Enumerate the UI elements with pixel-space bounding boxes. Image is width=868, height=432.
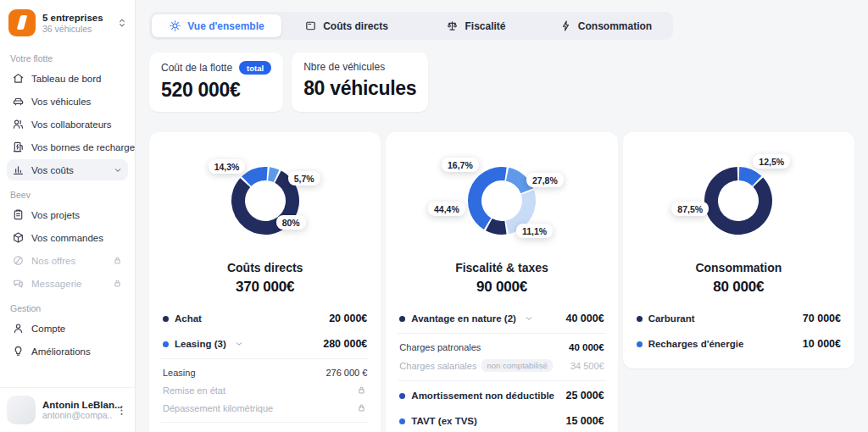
- kebab-menu-icon[interactable]: [115, 404, 128, 417]
- legend-bullet: [399, 393, 405, 399]
- sub-row-value: 34 500€: [570, 361, 604, 371]
- sidebar-item-label: Vos commandes: [31, 233, 103, 243]
- donut-slice-label: 16,7%: [442, 158, 479, 172]
- cost-row-value: 70 000€: [803, 313, 841, 324]
- sidebar-item-ameliorations[interactable]: Améliorations: [7, 341, 128, 362]
- sidebar-item-label: Tableau de bord: [31, 74, 101, 84]
- cost-row-leasing-3: Leasing (3)280 000€: [161, 331, 369, 357]
- car-icon: [12, 95, 25, 108]
- tab-fiscalite[interactable]: Fiscalité: [411, 14, 541, 37]
- expand-toggle[interactable]: [234, 339, 244, 349]
- donut-slice-label: 27,8%: [526, 173, 564, 187]
- orders-icon: [12, 231, 25, 244]
- sub-row-value: 276 000 €: [326, 368, 367, 378]
- lock-icon: [356, 402, 367, 413]
- total-badge: total: [239, 61, 271, 75]
- kpi-fleet-cost: Coût de la flotte total 520 000€: [149, 53, 283, 112]
- costs-icon: [12, 163, 25, 176]
- sidebar-item-label: Messagerie: [31, 279, 81, 289]
- card-title: Fiscalité & taxes: [398, 261, 605, 274]
- sidebar-item-messagerie[interactable]: Messagerie: [7, 273, 128, 294]
- scale-icon: [446, 19, 459, 32]
- sub-row-label: Remise en état: [163, 385, 225, 396]
- fleet-dashboard: { "colors": { "navy": "#222c5e", "blue":…: [0, 0, 868, 432]
- section-label-votre-flotte: Votre flotte: [10, 53, 125, 64]
- main-content: Vue d'ensembleCoûts directsFiscalitéCons…: [136, 0, 868, 432]
- sub-row-depassement-kilometrique: Dépassement kilométrique: [163, 399, 367, 417]
- org-vehicle-count: 36 véhicules: [42, 24, 109, 34]
- cost-row-label: Carburant: [648, 313, 695, 324]
- donut-slice-label: 11,1%: [516, 224, 553, 238]
- donut-slice-label: 80%: [276, 215, 306, 230]
- legend-bullet: [637, 316, 643, 322]
- cost-row-tavt-ex-tvs: TAVT (ex TVS)15 000€: [398, 408, 605, 432]
- sub-row-label: Charges salariales: [399, 361, 476, 371]
- charger-icon: [12, 141, 25, 153]
- legend-bullet: [163, 316, 169, 322]
- users-icon: [12, 118, 25, 130]
- tab-label: Consommation: [578, 20, 652, 32]
- sidebar-item-nos-offres[interactable]: Nos offres: [7, 250, 128, 271]
- sidebar-nav: Votre flotteTableau de bordVos véhicules…: [0, 44, 135, 387]
- avatar: [7, 396, 36, 424]
- sidebar-item-vos-commandes[interactable]: Vos commandes: [7, 227, 128, 248]
- card-total: 90 000€: [398, 279, 605, 296]
- chevron-down-icon: [113, 165, 123, 175]
- cost-row-amortissement-non-deductible: Amortissement non déductible25 000€: [398, 383, 605, 408]
- card-title: Coûts directs: [161, 261, 369, 274]
- sidebar-item-vos-couts[interactable]: Vos coûts: [7, 159, 128, 180]
- cost-row-value: 10 000€: [803, 338, 841, 350]
- sidebar-item-vos-collaborateurs[interactable]: Vos collaborateurs: [7, 114, 128, 135]
- card-couts-directs: 14,3%5,7%80%Coûts directs370 000€Achat20…: [149, 132, 381, 432]
- org-name: 5 entreprises: [42, 13, 109, 23]
- sidebar-item-label: Améliorations: [31, 346, 91, 357]
- card-title: Consommation: [635, 261, 843, 274]
- card-consommation: 12,5%87,5%Consommation80 000€Carburant70…: [623, 132, 854, 368]
- sidebar-item-label: Vos projets: [31, 210, 80, 220]
- chart-cards-row: 14,3%5,7%80%Coûts directs370 000€Achat20…: [149, 132, 854, 432]
- selector-icon[interactable]: [116, 17, 128, 29]
- card-total: 80 000€: [635, 279, 843, 296]
- card-fiscalite-taxes: 16,7%27,8%11,1%44,4%Fiscalité & taxes90 …: [386, 132, 617, 432]
- tab-consommation[interactable]: Consommation: [541, 14, 670, 37]
- sidebar-item-label: Vos collaborateurs: [31, 119, 112, 130]
- cost-row-label: Amortissement non déductible: [411, 390, 554, 401]
- sub-row-value: 40 000€: [569, 342, 604, 352]
- donut-slice-label: 12,5%: [753, 154, 790, 169]
- sidebar-item-tableau-de-bord[interactable]: Tableau de bord: [7, 68, 128, 89]
- tab-label: Coûts directs: [323, 20, 388, 32]
- expand-toggle[interactable]: [524, 313, 534, 324]
- donut-slice-label: 14,3%: [209, 159, 246, 174]
- brand-logo: [8, 9, 36, 36]
- cost-row-label: Avantage en nature (2): [411, 313, 516, 324]
- tab-label: Vue d'ensemble: [187, 20, 264, 32]
- sidebar-item-vos-projets[interactable]: Vos projets: [7, 204, 128, 225]
- cost-row-assurance-3: Assurance (3)20 000€: [161, 424, 369, 432]
- cost-row-achat: Achat20 000€: [161, 306, 369, 331]
- cost-row-value: 280 000€: [323, 338, 367, 350]
- cost-row-label: Leasing (3): [175, 339, 226, 349]
- org-switcher[interactable]: 5 entreprises 36 véhicules: [0, 0, 135, 44]
- donut-chart: 12,5%87,5%: [666, 151, 810, 251]
- messages-icon: [12, 277, 25, 290]
- sidebar-item-vos-bornes-de-recharge[interactable]: Vos bornes de recharge: [7, 136, 128, 158]
- sub-row-charges-patronales: Charges patronales40 000€: [399, 339, 604, 356]
- kpi-fleet-cost-label: Coût de la flotte: [161, 62, 232, 74]
- kpi-vehicle-count-label: Nbre de véhicules: [303, 61, 385, 73]
- home-icon: [12, 72, 25, 85]
- sub-row-label: Charges patronales: [399, 342, 481, 352]
- sub-row-charges-salariales: Charges salarialesnon comptabilisé34 500…: [399, 356, 604, 375]
- tab-vue-d-ensemble[interactable]: Vue d'ensemble: [152, 14, 281, 37]
- cost-row-label: Recharges d'énergie: [648, 339, 744, 349]
- sidebar-item-label: Vos bornes de recharge: [31, 142, 135, 152]
- user-card[interactable]: Antonin LeBlan... antonin@compa..: [0, 387, 135, 432]
- sidebar-item-compte[interactable]: Compte: [7, 318, 128, 339]
- kpi-vehicle-count: Nbre de véhicules 80 véhicules: [292, 53, 428, 112]
- donut-chart: 14,3%5,7%80%: [193, 151, 337, 251]
- lock-icon: [356, 385, 367, 396]
- kpi-vehicle-count-value: 80 véhicules: [303, 77, 416, 100]
- tab-couts-directs[interactable]: Coûts directs: [281, 14, 411, 37]
- sidebar-item-vos-vehicules[interactable]: Vos véhicules: [7, 91, 128, 112]
- cost-row-value: 15 000€: [565, 415, 604, 427]
- legend-bullet: [163, 341, 169, 347]
